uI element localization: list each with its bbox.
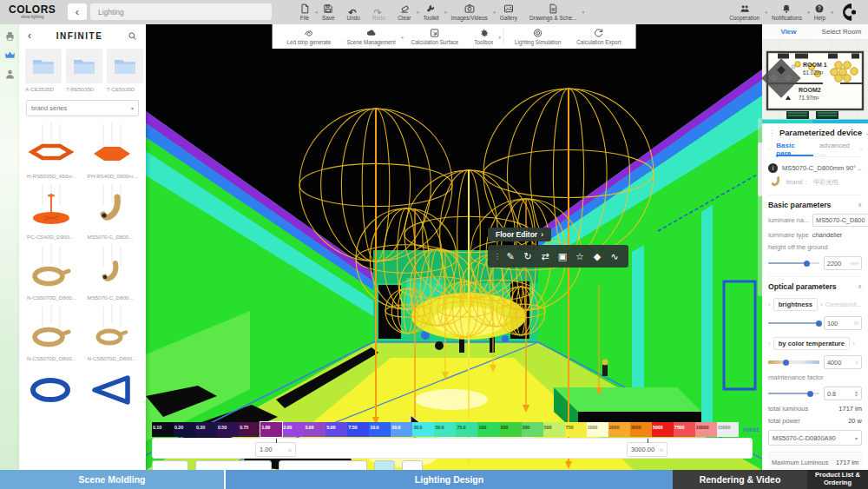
tabs-scroll-left-icon[interactable]: ‹ bbox=[768, 146, 770, 152]
scale-cell-0.75[interactable]: 0.75 bbox=[239, 422, 260, 437]
tabs-scroll-right-icon[interactable]: › bbox=[860, 146, 862, 152]
mode-prev-icon[interactable]: ‹ bbox=[768, 301, 771, 308]
viewport-tool-button[interactable] bbox=[402, 460, 423, 470]
viewport-calc-export-button[interactable]: Calculation Export bbox=[569, 24, 628, 49]
product-item[interactable]: N-CS5070D_D800... bbox=[23, 301, 82, 361]
scale-cell-1000[interactable]: 1000 bbox=[587, 422, 608, 437]
toolbar-images-button[interactable]: Images/Videos ▾ bbox=[445, 0, 494, 24]
scale-max-marker[interactable] bbox=[648, 439, 649, 443]
viewport-calc-surface-button[interactable]: Calculation Surface bbox=[404, 24, 467, 49]
scale-cell-3.00[interactable]: 3.00 bbox=[304, 422, 326, 437]
product-item[interactable]: N-CS5070D_D800... bbox=[23, 240, 82, 301]
search-icon[interactable] bbox=[128, 31, 137, 41]
brightness-input[interactable] bbox=[827, 320, 846, 327]
scale-min-input[interactable] bbox=[260, 446, 286, 453]
library-folder[interactable]: T-RE5035D bbox=[66, 49, 102, 92]
maintenance-slider[interactable] bbox=[768, 393, 819, 394]
maintenance-input[interactable] bbox=[827, 390, 846, 398]
rotate-icon[interactable]: ↻ bbox=[520, 248, 536, 264]
scale-cell-300[interactable]: 300 bbox=[522, 422, 543, 437]
toolbar-clear-button[interactable]: Clear ▾ bbox=[391, 0, 417, 24]
project-name-field[interactable]: Lighting bbox=[90, 3, 272, 20]
stepper-icon[interactable]: ▲▼ bbox=[854, 390, 858, 397]
luminaire-name-input[interactable] bbox=[816, 216, 866, 224]
viewport-scene-mgmt-button[interactable]: Scene Management ▾ bbox=[339, 24, 403, 49]
scale-reset-link[interactable]: reset bbox=[743, 426, 759, 433]
scale-cell-5000[interactable]: 5000 bbox=[652, 422, 674, 437]
tab-view[interactable]: View bbox=[762, 24, 815, 39]
height-slider[interactable] bbox=[768, 262, 819, 264]
scale-cell-200[interactable]: 200 bbox=[500, 422, 522, 437]
scale-cell-5.00[interactable]: 5.00 bbox=[326, 422, 347, 437]
scale-min-marker[interactable] bbox=[276, 439, 278, 443]
viewport-toolbox-button[interactable]: Toolbox ▾ bbox=[466, 24, 501, 49]
product-item[interactable]: MS5070-C_D800... bbox=[84, 240, 142, 301]
stage-tab-product-list-ordering[interactable]: Product List & Ordering bbox=[807, 470, 868, 489]
brightness-mode-button[interactable]: brightness bbox=[773, 298, 818, 311]
scale-cell-7.50[interactable]: 7.50 bbox=[347, 422, 369, 437]
eraser-icon[interactable]: ◆ bbox=[589, 248, 605, 264]
product-item[interactable]: PH-RS40D_0900m... bbox=[84, 118, 142, 179]
scale-cell-0.20[interactable]: 0.20 bbox=[174, 422, 195, 437]
library-back-button[interactable]: ‹ bbox=[28, 30, 31, 42]
swap-icon[interactable]: ⇄ bbox=[537, 248, 553, 264]
3d-scene-render[interactable] bbox=[146, 24, 762, 470]
scale-cell-50.0[interactable]: 50.0 bbox=[434, 422, 456, 437]
scale-cell-100[interactable]: 100 bbox=[477, 422, 499, 437]
printer-icon[interactable] bbox=[4, 30, 16, 42]
curve-icon[interactable]: ∿ bbox=[607, 248, 622, 264]
scale-cell-10.0[interactable]: 10.0 bbox=[369, 422, 391, 437]
model-select[interactable]: MS5070-C-D0800A90 ▾ bbox=[768, 430, 862, 446]
back-button[interactable]: ‹ bbox=[68, 3, 87, 20]
tab-advanced-parameters[interactable]: advanced ... bbox=[819, 142, 854, 156]
toolbar-toolkit-button[interactable]: Toolkit ▾ bbox=[417, 0, 444, 24]
scale-cell-500[interactable]: 500 bbox=[543, 422, 565, 437]
color-temp-input[interactable] bbox=[827, 359, 846, 367]
toolbar-drawings-button[interactable]: Drawings & Sche... ▾ bbox=[523, 0, 582, 24]
viewport-tool-button[interactable] bbox=[152, 460, 188, 470]
toolbar-bell-button[interactable]: Notifications ▾ bbox=[766, 0, 808, 24]
product-item[interactable]: N-CS5070D_D800... bbox=[84, 301, 142, 361]
toolbar-gallery-button[interactable]: Gallery bbox=[494, 0, 523, 24]
scale-cell-15000[interactable]: 15000 bbox=[717, 422, 739, 437]
product-item[interactable]: PC-CS40D_D900... bbox=[23, 179, 82, 240]
toolbar-redo-button[interactable]: ↷ Redo bbox=[366, 0, 391, 24]
scale-cell-30.0[interactable]: 30.0 bbox=[412, 422, 434, 437]
height-input[interactable] bbox=[827, 260, 846, 268]
star-icon[interactable]: ☆ bbox=[572, 248, 588, 264]
library-folder[interactable]: T-CE5035D bbox=[107, 49, 143, 92]
product-item[interactable] bbox=[23, 361, 82, 414]
mode-next-icon[interactable]: › bbox=[820, 301, 823, 308]
drag-handle-icon[interactable]: ⋮ bbox=[494, 248, 501, 264]
basic-parameters-section-header[interactable]: Basic parameters ∧ bbox=[768, 195, 862, 209]
pencil-icon[interactable]: ✎ bbox=[503, 248, 518, 264]
viewport-led-strip-button[interactable]: Led strip generate bbox=[279, 24, 339, 49]
minimap[interactable]: ROOM 1 61.02m² ROOM2 71.97m² bbox=[762, 40, 868, 123]
crown-icon[interactable] bbox=[4, 50, 16, 61]
3d-viewport[interactable]: Led strip generate Scene Management ▾ Ca… bbox=[146, 24, 762, 470]
product-item[interactable]: MS5070-C_D800... bbox=[84, 179, 142, 240]
scale-cell-10000[interactable]: 10000 bbox=[695, 422, 717, 437]
scale-cell-2.00[interactable]: 2.00 bbox=[282, 422, 304, 437]
viewport-tool-button[interactable] bbox=[195, 460, 272, 470]
color-temp-mode-button[interactable]: by color temperature bbox=[773, 337, 850, 350]
product-item[interactable] bbox=[84, 361, 142, 414]
viewport-lighting-sim-button[interactable]: Lighting Simulation bbox=[507, 24, 569, 49]
color-temp-slider[interactable] bbox=[768, 360, 819, 364]
mode-prev-icon[interactable]: ‹ bbox=[768, 340, 771, 347]
selected-device-row[interactable]: i MS5070-C_D800mm 90° ... bbox=[768, 163, 862, 173]
scale-cell-2000[interactable]: 2000 bbox=[608, 422, 630, 437]
user-icon[interactable] bbox=[4, 69, 16, 80]
scale-max-input[interactable] bbox=[631, 446, 657, 453]
stage-tab-lighting-design[interactable]: Lighting Design bbox=[226, 470, 673, 489]
optical-parameters-section-header[interactable]: Optical parameters ∧ bbox=[768, 276, 862, 291]
tab-select-room[interactable]: Select Room bbox=[815, 24, 868, 39]
mode-next-icon[interactable]: › bbox=[852, 340, 855, 347]
viewport-tool-button[interactable] bbox=[279, 460, 367, 470]
floor-editor-button[interactable]: Floor Editor › bbox=[488, 228, 551, 241]
scale-cell-7500[interactable]: 7500 bbox=[674, 422, 695, 437]
scale-cell-75.0[interactable]: 75.0 bbox=[456, 422, 477, 437]
product-item[interactable]: H-RS5035D_450m... bbox=[23, 118, 82, 179]
stage-tab-rendering-video[interactable]: Rendering & Video bbox=[673, 470, 807, 489]
scale-cell-0.50[interactable]: 0.50 bbox=[217, 422, 239, 437]
